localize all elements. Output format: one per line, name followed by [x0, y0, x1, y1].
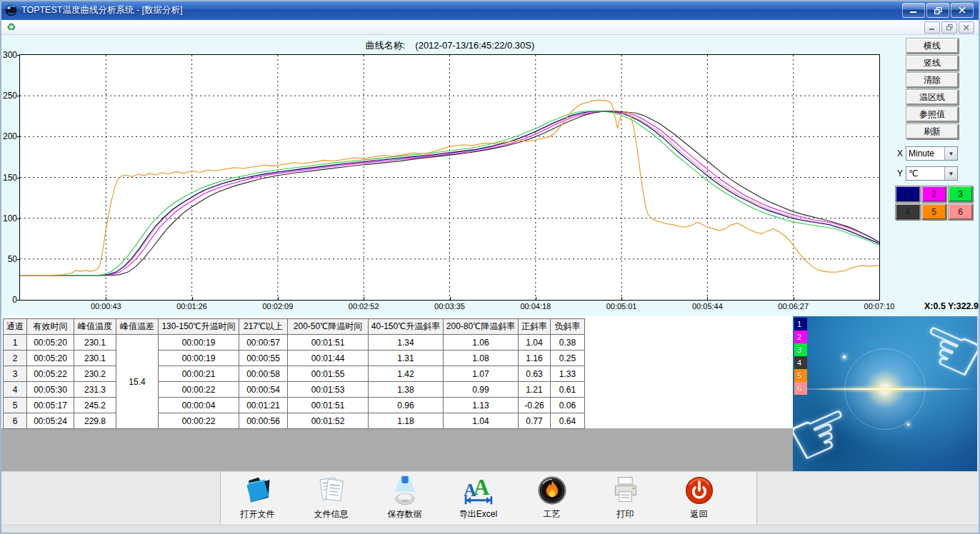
table-row: 600:05:24229.800:00:2200:00:5600:01:521.…	[4, 413, 585, 429]
legend-channel-4: 4	[794, 356, 807, 369]
x-tick-mark	[621, 297, 622, 300]
column-header: 负斜率	[551, 319, 585, 335]
toolbar-item-print[interactable]: 打印	[589, 473, 662, 523]
table-cell: 245.2	[74, 398, 116, 413]
row-channel: 6	[4, 413, 27, 429]
tool-button-3[interactable]: 清除	[906, 72, 959, 88]
bottom-toolbar: 打开文件文件信息保存数据AA导出Excel工艺打印返回	[1, 471, 979, 525]
tool-button-5[interactable]: 参照值	[906, 106, 959, 122]
channel-button-5[interactable]: 5	[921, 203, 946, 220]
mdi-minimize-button[interactable]	[924, 21, 940, 34]
tool-button-1[interactable]: 横线	[906, 38, 959, 54]
y-tick-mark	[17, 218, 20, 219]
channel-button-2[interactable]: 2	[921, 186, 946, 202]
y-unit-combo[interactable]: ℃ ▼	[906, 166, 958, 181]
y-tick-mark	[17, 136, 20, 137]
tool-button-6[interactable]: 刷新	[906, 124, 959, 139]
table-cell: 00:05:22	[27, 366, 74, 382]
table-cell: 00:01:21	[239, 398, 288, 413]
table-cell: 231.3	[74, 382, 116, 398]
toolbar-item-export-excel[interactable]: AA导出Excel	[441, 473, 515, 523]
table-cell: 1.06	[444, 335, 519, 351]
table-cell: 00:00:19	[159, 335, 239, 351]
toolbar-item-craft[interactable]: 工艺	[515, 473, 589, 523]
toolbar-item-save-data[interactable]: 保存数据	[368, 473, 441, 523]
table-cell: 00:05:20	[27, 351, 74, 366]
column-header: 有效时间	[27, 319, 74, 335]
table-cell: 00:01:52	[288, 413, 369, 429]
y-tick-label: 200	[1, 131, 17, 141]
toolbar-item-label: 导出Excel	[459, 508, 497, 520]
table-cell: 230.1	[74, 351, 116, 366]
x-tick-label: 00:01:26	[169, 302, 216, 311]
chevron-down-icon[interactable]: ▼	[944, 147, 957, 160]
tool-button-4[interactable]: 温区线	[906, 89, 959, 105]
table-row: 400:05:30231.300:00:2200:00:5400:01:531.…	[4, 382, 585, 398]
table-cell: 0.99	[444, 382, 519, 398]
svg-text:A: A	[473, 475, 489, 500]
table-cell: 1.13	[444, 398, 519, 413]
table-cell: 1.34	[369, 335, 444, 351]
close-icon	[959, 7, 966, 14]
legend-channel-3: 3	[794, 343, 807, 356]
table-cell: 00:00:55	[239, 351, 288, 366]
chart-plot-area[interactable]	[19, 54, 880, 301]
x-tick-label: 00:04:18	[512, 302, 559, 311]
decorative-touch-image: ☜ ☞ 123456	[793, 316, 977, 471]
mdi-close-button[interactable]	[959, 21, 974, 34]
column-header: 正斜率	[519, 319, 551, 335]
cursor-status: X:0.5 Y:322.9	[924, 301, 979, 311]
table-cell: 229.8	[74, 413, 116, 429]
channel-button-3[interactable]: 3	[948, 186, 973, 202]
table-row: 500:05:17245.200:00:0400:01:2100:01:510.…	[4, 398, 585, 413]
x-tick-label: 00:02:09	[254, 302, 301, 311]
table-cell: 1.04	[444, 413, 519, 429]
table-cell: 00:05:20	[27, 335, 74, 351]
channel-button-6[interactable]: 6	[948, 203, 973, 220]
toolbar-item-file-info[interactable]: 文件信息	[294, 473, 368, 523]
table-cell: 1.33	[551, 366, 585, 382]
table-cell: 0.77	[519, 413, 551, 429]
x-tick-mark	[364, 297, 364, 300]
table-cell: 00:01:51	[288, 335, 369, 351]
channel-button-1[interactable]: 1	[895, 186, 920, 202]
table-cell: 1.42	[369, 366, 444, 382]
column-header: 40-150℃升温斜率	[369, 319, 444, 335]
toolbar-item-open-file[interactable]: 打开文件	[221, 473, 294, 523]
power-icon	[684, 475, 715, 506]
app-icon	[5, 4, 17, 16]
recycle-icon[interactable]: ♻	[6, 21, 16, 34]
column-header: 200-80℃降温斜率	[444, 319, 519, 335]
y-tick-label: 150	[1, 173, 17, 183]
window-title: TOPTEST温度曲线分析系统 - [数据分析]	[21, 4, 182, 16]
table-cell: 00:05:30	[27, 382, 74, 398]
row-channel: 3	[4, 366, 27, 382]
row-channel: 1	[4, 335, 27, 351]
table-cell: 00:01:55	[288, 366, 369, 382]
print-icon	[610, 475, 641, 506]
table-cell: 1.21	[519, 382, 551, 398]
mdi-restore-icon	[946, 24, 953, 31]
x-tick-label: 00:07:10	[856, 302, 903, 311]
y-tick-mark	[17, 259, 20, 260]
curve-name-title: 曲线名称:(2012-07-13/16:45:22/0.30S)	[20, 39, 880, 52]
table-cell: 00:00:54	[239, 382, 288, 398]
tool-button-2[interactable]: 竖线	[906, 55, 959, 71]
column-header: 130-150℃升温时间	[159, 319, 239, 335]
table-cell: 00:05:24	[27, 413, 74, 429]
x-tick-label: 00:05:44	[684, 302, 731, 311]
x-tick-mark	[450, 297, 451, 300]
close-button[interactable]	[951, 3, 974, 18]
minimize-button[interactable]	[902, 3, 925, 18]
menu-strip: ♻	[1, 20, 979, 35]
legend-channel-2: 2	[794, 331, 807, 343]
channel-button-4[interactable]: 4	[895, 203, 920, 220]
table-cell: 1.08	[444, 351, 519, 366]
x-unit-combo[interactable]: Minute ▼	[906, 146, 958, 161]
table-row: 200:05:20230.100:00:1900:00:5500:01:441.…	[4, 351, 585, 366]
toolbar-item-power[interactable]: 返回	[662, 473, 736, 523]
toolbar-item-label: 打印	[617, 508, 634, 520]
chevron-down-icon[interactable]: ▼	[944, 167, 957, 180]
mdi-restore-button[interactable]	[941, 21, 957, 34]
restore-button[interactable]	[926, 3, 949, 18]
